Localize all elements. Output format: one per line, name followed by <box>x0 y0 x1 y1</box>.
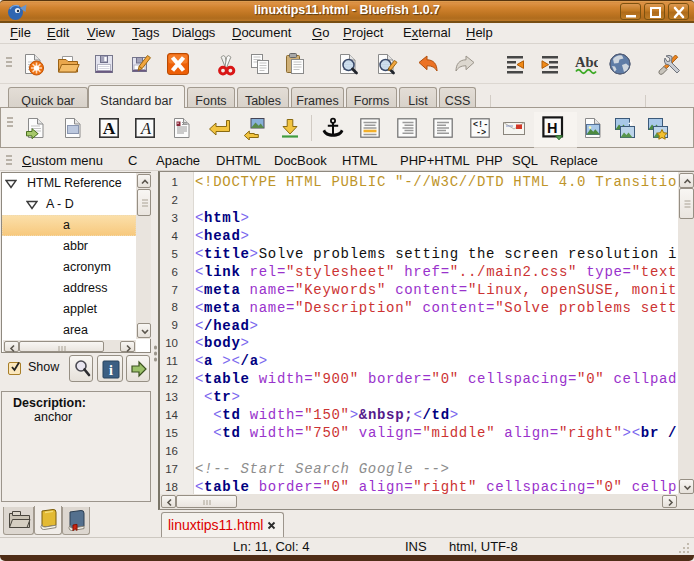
svg-text:Abc: Abc <box>575 54 598 70</box>
svg-text:i: i <box>109 363 113 378</box>
svg-text:A: A <box>103 118 116 138</box>
svg-text:A: A <box>140 119 152 138</box>
svg-text:H: H <box>547 120 557 136</box>
svg-text:->: -> <box>476 128 486 138</box>
